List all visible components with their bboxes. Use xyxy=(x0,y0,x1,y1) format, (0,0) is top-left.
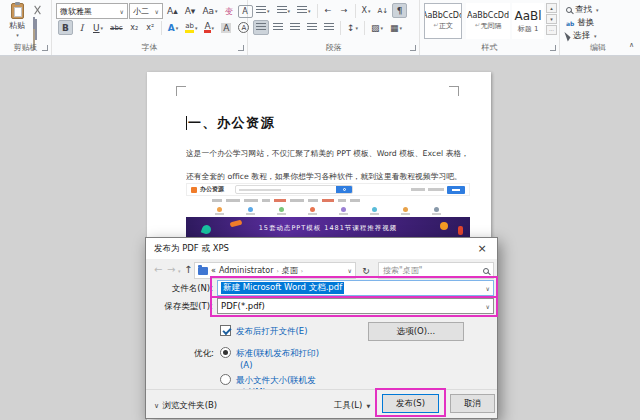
bold-button[interactable]: B xyxy=(58,20,73,35)
refresh-button[interactable]: ↻ xyxy=(358,262,374,279)
optimize-standard-label-line2[interactable]: (A) xyxy=(240,360,252,370)
numbering-button[interactable]: ▾ xyxy=(274,3,294,18)
banner-decoration xyxy=(230,220,243,228)
style-mark-icon: ↵ xyxy=(433,21,438,31)
clipboard-dialog-launcher[interactable] xyxy=(42,45,48,51)
back-button[interactable]: ← xyxy=(154,264,162,275)
browse-folders-button[interactable]: ∨ 浏览文件夹(B) xyxy=(154,400,217,412)
sort-button[interactable]: A↓ xyxy=(375,3,392,18)
style-card-heading1[interactable]: AaBl 标题 1 xyxy=(512,3,544,39)
shading-button[interactable]: ▨▾ xyxy=(368,20,386,35)
paste-dropdown-icon[interactable]: ▾ xyxy=(16,32,19,38)
embedded-website-image[interactable]: 办公资源 15套动态PPT模板 xyxy=(186,183,470,239)
multilevel-list-button[interactable]: ▾ xyxy=(294,3,314,18)
breadcrumb-prefix: « xyxy=(211,266,216,275)
multilevel-list-icon xyxy=(297,6,307,15)
search-icon xyxy=(483,268,489,274)
styles-more-button[interactable]: ⋯ xyxy=(546,25,557,35)
shading-dropdown-icon: ▾ xyxy=(381,25,384,31)
styles-scroll-up-button[interactable]: ▴ xyxy=(546,3,557,13)
cancel-button[interactable]: 取消 xyxy=(450,394,495,413)
dialog-titlebar[interactable]: 发布为 PDF 或 XPS × xyxy=(146,238,497,259)
show-marks-button[interactable]: ¶ xyxy=(392,3,407,18)
website-banner-text: 15套动态PPT模板 1481节课程推荐视频 xyxy=(259,224,398,233)
bullets-button[interactable]: ▾ xyxy=(253,3,273,18)
change-case-button[interactable]: Aa▾ xyxy=(199,4,220,19)
collapse-ribbon-icon[interactable]: ∧ xyxy=(629,41,634,49)
forward-button[interactable]: → xyxy=(167,264,175,275)
grow-font-button[interactable]: A▴ xyxy=(164,4,181,19)
optimize-minsize-label[interactable]: 最小文件大小(联机发 xyxy=(236,375,316,387)
paste-button[interactable]: 粘贴 ▾ xyxy=(4,3,30,40)
subscript-button[interactable]: x₂ xyxy=(127,20,142,35)
increase-indent-button[interactable]: → xyxy=(337,3,352,18)
document-heading[interactable]: 一、办公资源 xyxy=(186,114,275,132)
address-dropdown-icon[interactable]: ∨ xyxy=(345,267,352,274)
publish-button[interactable]: 发布(S) xyxy=(382,394,439,413)
font-size-combo[interactable]: 小二 ∨ xyxy=(129,3,163,19)
phonetic-guide-button[interactable]: 变 xyxy=(222,4,237,19)
open-after-publish-label[interactable]: 发布后打开文件(E) xyxy=(236,326,308,338)
optimize-standard-radio[interactable] xyxy=(220,347,231,358)
paragraph-dialog-launcher[interactable] xyxy=(410,45,416,51)
paste-clipboard-icon xyxy=(11,3,24,19)
styles-dialog-launcher[interactable] xyxy=(550,45,556,51)
group-clipboard: 粘贴 ▾ 剪贴板 xyxy=(0,0,52,55)
optimize-standard-label[interactable]: 标准(联机发布和打印) xyxy=(236,348,319,360)
optimize-minsize-radio[interactable] xyxy=(220,374,231,385)
filename-input[interactable]: 新建 Microsoft Word 文档.pdf ∨ xyxy=(217,280,494,296)
group-font: 微软雅黑 ∨ 小二 ∨ A▴ A▾ Aa▾ 变 A B I U▾ abc x₂ … xyxy=(52,0,248,55)
find-search-icon xyxy=(566,7,572,13)
char-shading-button[interactable]: A xyxy=(218,20,234,35)
styles-scroll-down-button[interactable]: ▾ xyxy=(546,14,557,24)
document-paragraph-1[interactable]: 这是一个办公学习网站，不仅汇聚了精美的 PPT 模板、Word 模板、Excel… xyxy=(186,148,478,159)
website-search-box xyxy=(235,185,353,194)
open-after-publish-checkbox[interactable] xyxy=(220,325,231,336)
underline-button[interactable]: U▾ xyxy=(90,20,106,35)
ribbon: 粘贴 ▾ 剪贴板 微软雅黑 ∨ 小二 ∨ A▴ A▾ Aa▾ 变 A B I xyxy=(0,0,640,56)
style-card-no-spacing[interactable]: AaBbCcDd ↵无间隔 xyxy=(466,3,510,39)
align-left-button[interactable] xyxy=(253,20,269,35)
tools-button[interactable]: 工具(L) ▼ xyxy=(334,400,370,412)
select-label: 选择 xyxy=(573,30,590,42)
italic-button[interactable]: I xyxy=(74,20,89,35)
align-right-icon xyxy=(290,23,300,32)
change-case-icon: Aa xyxy=(202,6,214,16)
strikethrough-button[interactable]: abc xyxy=(107,20,126,35)
close-icon[interactable]: × xyxy=(467,238,497,259)
highlight-icon: ab xyxy=(185,22,194,33)
distribute-button[interactable] xyxy=(321,20,337,35)
filename-dropdown-icon[interactable]: ∨ xyxy=(483,285,490,292)
up-button[interactable]: ↑ xyxy=(184,264,192,275)
borders-button[interactable]: ▦▾ xyxy=(387,20,405,35)
savetype-dropdown-icon[interactable]: ∨ xyxy=(483,303,490,310)
superscript-button[interactable]: x² xyxy=(143,20,158,35)
breadcrumb-chevron-icon: › xyxy=(301,267,303,274)
breadcrumb-folder[interactable]: 桌面 xyxy=(282,265,298,276)
font-color-button[interactable]: A▾ xyxy=(201,20,217,35)
asian-layout-button[interactable]: X▾ xyxy=(359,3,374,18)
select-button[interactable]: 选择 ▾ xyxy=(566,30,597,42)
document-paragraph-2[interactable]: 还有全套的 office 教程，如果你想学习各种软件，就到这里看教程视频学习吧。 xyxy=(186,171,478,182)
align-center-button[interactable] xyxy=(270,20,286,35)
justify-button[interactable] xyxy=(304,20,320,35)
highlight-button[interactable]: ab▾ xyxy=(182,20,200,35)
search-input[interactable]: 搜索"桌面" xyxy=(378,262,494,279)
text-effects-button[interactable]: A▾ xyxy=(165,20,181,35)
font-dialog-launcher[interactable] xyxy=(238,45,244,51)
address-bar[interactable]: « Administrator › 桌面 › ∨ xyxy=(194,262,356,279)
align-right-button[interactable] xyxy=(287,20,303,35)
shrink-font-button[interactable]: A▾ xyxy=(182,4,199,19)
decrease-indent-button[interactable]: ← xyxy=(321,3,336,18)
savetype-select[interactable]: PDF(*.pdf) ∨ xyxy=(217,298,494,314)
font-name-combo[interactable]: 微软雅黑 ∨ xyxy=(56,3,128,19)
numbering-dropdown-icon: ▾ xyxy=(288,8,291,14)
history-dropdown-icon[interactable]: ▾ xyxy=(178,268,181,274)
website-login-button xyxy=(447,186,465,194)
options-button[interactable]: 选项(O)... xyxy=(368,322,464,341)
style-card-normal[interactable]: AaBbCcDd ↵正文 xyxy=(424,3,462,39)
breadcrumb-root[interactable]: Administrator xyxy=(219,266,274,275)
replace-button[interactable]: ab 替换 xyxy=(566,17,594,29)
line-spacing-button[interactable]: ↕▾ xyxy=(344,20,361,35)
find-button[interactable]: 查找 ▾ xyxy=(566,4,599,16)
